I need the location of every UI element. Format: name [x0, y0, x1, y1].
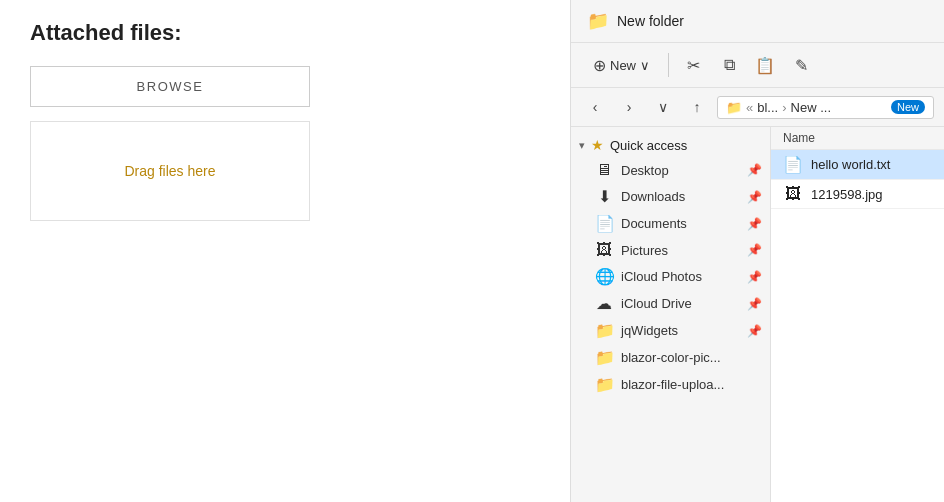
sidebar-item-label-1: Downloads: [621, 189, 739, 204]
sidebar-item-2[interactable]: 📄 Documents 📌: [571, 210, 770, 237]
back-button[interactable]: ‹: [581, 93, 609, 121]
sidebar-item-5[interactable]: ☁ iCloud Drive 📌: [571, 290, 770, 317]
address-bar: ‹ › ∨ ↑ 📁 « bl... › New ... New: [571, 88, 944, 127]
sidebar-item-icon-3: 🖼: [595, 241, 613, 259]
path-folder-icon: 📁: [726, 100, 742, 115]
sidebar-item-label-4: iCloud Photos: [621, 269, 739, 284]
back-icon: ‹: [593, 99, 598, 115]
explorer-body: ▾ ★ Quick access 🖥 Desktop 📌 ⬇ Downloads…: [571, 127, 944, 502]
star-icon: ★: [591, 137, 604, 153]
sidebar-item-label-0: Desktop: [621, 163, 739, 178]
sidebar-item-7[interactable]: 📁 blazor-color-pic...: [571, 344, 770, 371]
quick-access-label: Quick access: [610, 138, 687, 153]
paste-icon: 📋: [755, 56, 775, 75]
sidebar-item-icon-5: ☁: [595, 294, 613, 313]
collapse-icon: ▾: [579, 139, 585, 152]
page-title: Attached files:: [30, 20, 540, 46]
cut-button[interactable]: ✂: [677, 49, 709, 81]
new-chevron-icon: ∨: [640, 58, 650, 73]
sidebar-pin-icon-1: 📌: [747, 190, 762, 204]
quick-access-section[interactable]: ▾ ★ Quick access: [571, 133, 770, 157]
sidebar-item-8[interactable]: 📁 blazor-file-uploa...: [571, 371, 770, 398]
sidebar-pin-icon-4: 📌: [747, 270, 762, 284]
file-item-icon-0: 📄: [783, 155, 803, 174]
file-list: Name 📄 hello world.txt 🖼 1219598.jpg: [771, 127, 944, 502]
sidebar-items-container: 🖥 Desktop 📌 ⬇ Downloads 📌 📄 Documents 📌 …: [571, 157, 770, 398]
toolbar-separator: [668, 53, 669, 77]
file-item-name-1: 1219598.jpg: [811, 187, 883, 202]
address-path-bar[interactable]: 📁 « bl... › New ... New: [717, 96, 934, 119]
sidebar-item-label-2: Documents: [621, 216, 739, 231]
forward-icon: ›: [627, 99, 632, 115]
up-icon: ↑: [694, 99, 701, 115]
cut-icon: ✂: [687, 56, 700, 75]
copy-icon: ⧉: [724, 56, 735, 74]
sidebar-item-1[interactable]: ⬇ Downloads 📌: [571, 183, 770, 210]
sidebar-item-3[interactable]: 🖼 Pictures 📌: [571, 237, 770, 263]
explorer-title: New folder: [617, 13, 684, 29]
file-items-container: 📄 hello world.txt 🖼 1219598.jpg: [771, 150, 944, 209]
path-breadcrumb-sep: «: [746, 100, 753, 115]
sidebar-item-6[interactable]: 📁 jqWidgets 📌: [571, 317, 770, 344]
file-item-name-0: hello world.txt: [811, 157, 890, 172]
up-button[interactable]: ↑: [683, 93, 711, 121]
sidebar-item-icon-8: 📁: [595, 375, 613, 394]
new-button[interactable]: ⊕ New ∨: [583, 52, 660, 79]
explorer-toolbar: ⊕ New ∨ ✂ ⧉ 📋 ✎: [571, 43, 944, 88]
file-explorer-panel: 📁 New folder ⊕ New ∨ ✂ ⧉ 📋 ✎ ‹ › ∨: [570, 0, 944, 502]
sidebar-item-icon-2: 📄: [595, 214, 613, 233]
sidebar-item-icon-6: 📁: [595, 321, 613, 340]
sidebar-item-label-3: Pictures: [621, 243, 739, 258]
titlebar-folder-icon: 📁: [587, 10, 609, 32]
sidebar-pin-icon-0: 📌: [747, 163, 762, 177]
new-label: New: [610, 58, 636, 73]
sidebar-item-icon-1: ⬇: [595, 187, 613, 206]
file-item-0[interactable]: 📄 hello world.txt: [771, 150, 944, 180]
forward-button[interactable]: ›: [615, 93, 643, 121]
drag-drop-area: Drag files here: [30, 121, 310, 221]
sidebar-item-icon-0: 🖥: [595, 161, 613, 179]
rename-button[interactable]: ✎: [785, 49, 817, 81]
file-item-1[interactable]: 🖼 1219598.jpg: [771, 180, 944, 209]
sidebar-item-label-5: iCloud Drive: [621, 296, 739, 311]
sidebar-item-0[interactable]: 🖥 Desktop 📌: [571, 157, 770, 183]
sidebar-item-icon-4: 🌐: [595, 267, 613, 286]
sidebar: ▾ ★ Quick access 🖥 Desktop 📌 ⬇ Downloads…: [571, 127, 771, 502]
dropdown-icon: ∨: [658, 99, 668, 115]
col-name-header: Name: [783, 131, 815, 145]
browse-button[interactable]: BROWSE: [30, 66, 310, 107]
file-item-icon-1: 🖼: [783, 185, 803, 203]
plus-icon: ⊕: [593, 56, 606, 75]
sidebar-pin-icon-6: 📌: [747, 324, 762, 338]
sidebar-pin-icon-3: 📌: [747, 243, 762, 257]
new-badge: New: [891, 100, 925, 114]
sidebar-item-icon-7: 📁: [595, 348, 613, 367]
sidebar-pin-icon-2: 📌: [747, 217, 762, 231]
sidebar-pin-icon-5: 📌: [747, 297, 762, 311]
rename-icon: ✎: [795, 56, 808, 75]
path-arrow-sep: ›: [782, 100, 786, 115]
explorer-titlebar: 📁 New folder: [571, 0, 944, 43]
path-segment-1: bl...: [757, 100, 778, 115]
copy-button[interactable]: ⧉: [713, 49, 745, 81]
dropdown-button[interactable]: ∨: [649, 93, 677, 121]
sidebar-item-4[interactable]: 🌐 iCloud Photos 📌: [571, 263, 770, 290]
sidebar-item-label-6: jqWidgets: [621, 323, 739, 338]
paste-button[interactable]: 📋: [749, 49, 781, 81]
sidebar-item-label-8: blazor-file-uploa...: [621, 377, 754, 392]
path-segment-2: New ...: [791, 100, 831, 115]
sidebar-item-label-7: blazor-color-pic...: [621, 350, 754, 365]
drag-text: Drag files here: [124, 163, 215, 179]
file-list-header: Name: [771, 127, 944, 150]
left-panel: Attached files: BROWSE Drag files here: [0, 0, 570, 502]
